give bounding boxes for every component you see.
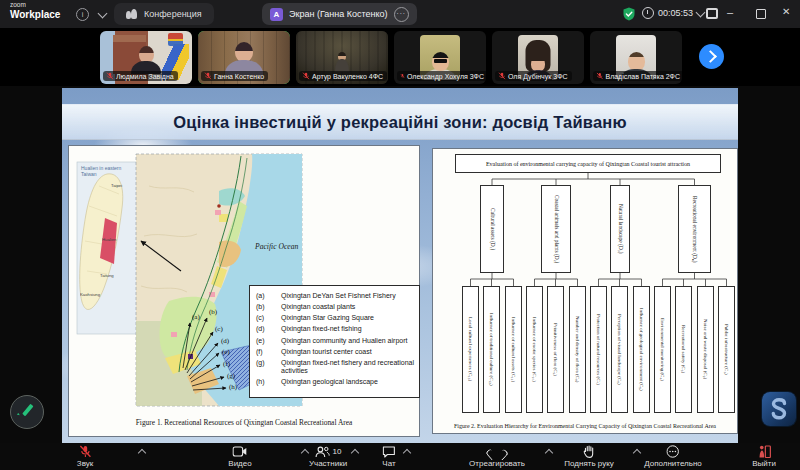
participant-tile[interactable]: Людмила Завідна <box>100 31 192 84</box>
zoom-app-window: zoom Workplace i Конференция A Экран (Га… <box>0 0 800 470</box>
figure2-panel: Evaluation of environmental carrying cap… <box>432 148 738 434</box>
figure2-caption: Figure 2. Evaluation Hierarchy for Envir… <box>433 423 737 429</box>
chat-bubble-icon <box>383 446 396 458</box>
muted-microphone-icon <box>498 72 506 80</box>
city-label: Hualien <box>102 238 116 242</box>
participant-nametag: Людмила Завідна <box>103 71 178 81</box>
raise-hand-options-chevron[interactable] <box>633 449 641 457</box>
taiwan-inset <box>77 162 139 334</box>
participant-name: Владіслав Патяка 2ФС <box>605 73 680 80</box>
criterion-box: Influence of traditional culture (C₁₂) <box>483 286 500 413</box>
participant-name: Оля Дубінчук 3ФС <box>508 73 568 80</box>
participants-options-chevron[interactable] <box>351 449 359 457</box>
tab-screen-label: Экран (Ганна Костенко) <box>289 9 388 19</box>
toolbar-audio[interactable]: Звук <box>77 445 93 468</box>
more-options-icon <box>666 445 679 458</box>
map-label-g: (g) <box>227 373 235 380</box>
toolbar-more-label: Дополнительно <box>644 459 702 468</box>
inset-label: Hualien in eastern Taiwan <box>81 166 123 178</box>
participant-tile[interactable]: Олександр Хохуля 3ФС <box>394 31 486 84</box>
chat-options-chevron[interactable] <box>403 449 411 457</box>
pencil-icon <box>11 396 42 427</box>
participants-icon <box>315 446 330 458</box>
microphone-muted-icon <box>79 445 92 458</box>
muted-microphone-icon <box>596 72 603 80</box>
map-label-e: (e) <box>222 349 230 356</box>
timer-value: 00:05:53 <box>658 8 693 18</box>
participant-tile[interactable]: Владіслав Патяка 2ФС <box>590 31 682 84</box>
criterion-box: Public infrastructure (C₁) <box>718 286 735 413</box>
restore-button[interactable] <box>756 9 766 19</box>
map-label-a: (a) <box>192 314 200 321</box>
tab-screen-share[interactable]: A Экран (Ганна Костенко) ··· <box>262 3 417 25</box>
participant-tile[interactable]: Артур Вакуленко 4ФС <box>296 31 388 84</box>
close-button[interactable]: ✕ <box>782 6 790 17</box>
s-logo-icon <box>762 392 796 426</box>
participants-video-strip: Людмила Завідна Ганна Костенко <box>0 28 800 86</box>
toolbar-react-label: Отреагировать <box>469 459 525 468</box>
map-label-d: (d) <box>221 338 229 345</box>
meeting-timer[interactable]: 00:05:53 <box>642 7 704 19</box>
video-camera-icon <box>233 446 248 457</box>
toolbar-chat[interactable]: Чат <box>382 445 395 468</box>
clock-icon <box>642 7 654 19</box>
criterion-box: Influence of geological environment (C₅) <box>633 286 650 413</box>
tab-meeting[interactable]: Конференция <box>114 3 214 25</box>
window-titlebar: zoom Workplace i Конференция A Экран (Га… <box>0 0 800 28</box>
criterion-box: Environmental monitoring (C₄) <box>654 286 671 413</box>
react-options-chevron[interactable] <box>545 449 553 457</box>
muted-microphone-icon <box>302 72 310 80</box>
muted-microphone-icon <box>204 72 212 80</box>
toolbar-react[interactable]: Отреагировать <box>469 445 525 468</box>
participant-nametag: Оля Дубінчук 3ФС <box>495 71 572 81</box>
taskbar-app-icon[interactable] <box>762 392 796 426</box>
map-label-f: (f) <box>223 361 230 368</box>
figure1-caption: Figure 1. Recreational Resources of Qixi… <box>69 418 419 427</box>
gallery-view-icon[interactable] <box>706 8 718 19</box>
toolbar-participants[interactable]: 10 Участники <box>309 445 347 468</box>
slide-title: Оцінка інвестицій у рекреаційні зони: до… <box>173 113 626 132</box>
audio-options-chevron[interactable] <box>138 449 146 457</box>
participant-video-person <box>335 52 349 72</box>
city-label: Taitung <box>100 274 114 278</box>
toolbar-leave[interactable]: Выйти <box>752 445 776 468</box>
timer-chevron-icon <box>696 7 706 17</box>
participants-count: 10 <box>333 447 342 456</box>
ocean-label: Pacific Ocean <box>255 242 298 251</box>
leave-meeting-icon <box>757 445 771 458</box>
muted-microphone-icon <box>106 72 114 80</box>
annotate-button[interactable] <box>10 395 44 429</box>
toolbar-chat-label: Чат <box>382 459 395 468</box>
toolbar-video[interactable]: Видео <box>228 445 251 468</box>
criterion-box: Influence of exotic species (C₁₀) <box>526 286 543 413</box>
participant-name: Ганна Костенко <box>214 73 264 80</box>
participant-tile-active-speaker[interactable]: Ганна Костенко <box>198 31 290 84</box>
tab-more-options-icon[interactable]: ··· <box>394 7 409 22</box>
map-legend: (a)Qixingtan DeYan Set Fishnet Fishery (… <box>249 285 420 398</box>
criterion-box: Influence of cultural assets (C₁₁) <box>505 286 522 413</box>
participant-name: Артур Вакуленко 4ФС <box>312 73 383 80</box>
chevron-down-icon[interactable] <box>98 9 108 19</box>
dimension-box: Recreational environment (D₄) <box>678 185 711 273</box>
avatar: A <box>270 8 283 21</box>
map-label-b: (b) <box>209 309 217 316</box>
participant-name: Людмила Завідна <box>116 73 174 80</box>
slide-title-band: Оцінка інвестицій у рекреаційні зони: до… <box>62 104 738 140</box>
security-shield-icon[interactable] <box>622 7 636 21</box>
criterion-box: Recreational safety (C₃) <box>675 286 692 413</box>
toolbar-more[interactable]: Дополнительно <box>644 445 702 468</box>
toolbar-raise-hand[interactable]: Поднять руку <box>564 445 613 468</box>
info-icon[interactable]: i <box>76 8 89 21</box>
criterion-box: Noise and waste disposal (C₂) <box>697 286 714 413</box>
next-participants-page-button[interactable] <box>699 44 724 69</box>
criterion-box: Primitiveness of flora (C₉) <box>547 286 564 413</box>
sunglasses <box>434 59 447 63</box>
zoom-workplace-logo: zoom Workplace <box>10 2 60 20</box>
criterion-box: Perception of visual landscape (C₆) <box>611 286 628 413</box>
minimize-button[interactable]: – <box>727 6 733 18</box>
toolbar-raise-hand-label: Поднять руку <box>564 459 613 468</box>
participant-tile[interactable]: Оля Дубінчук 3ФС <box>492 31 584 84</box>
shared-screen-area: Оцінка інвестицій у рекреаційні зони: до… <box>0 86 800 443</box>
city-label: Kaohsiung <box>80 293 100 297</box>
toolbar-video-label: Видео <box>228 459 251 468</box>
